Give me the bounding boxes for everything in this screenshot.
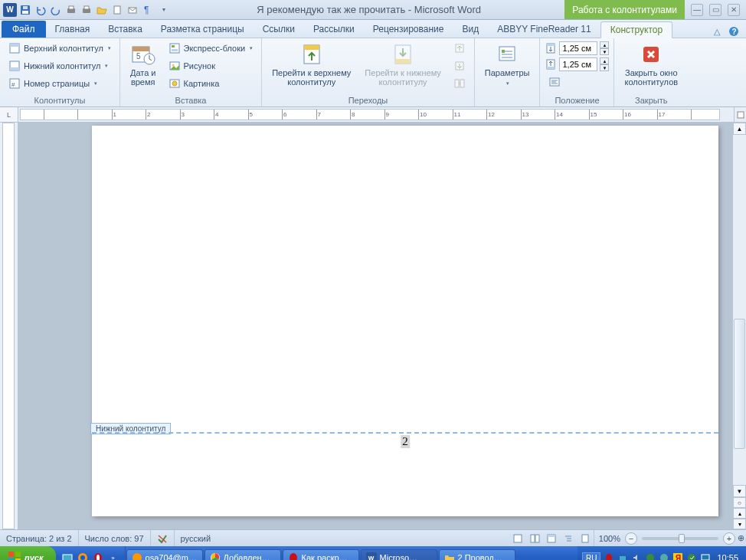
- document-canvas[interactable]: Нижний колонтитул 2: [18, 123, 732, 529]
- status-proofing[interactable]: [151, 530, 175, 546]
- header-from-top-input[interactable]: [559, 41, 597, 55]
- scroll-thumb[interactable]: [734, 319, 745, 449]
- tray-yandex-icon[interactable]: Я: [672, 552, 683, 560]
- footer-button[interactable]: Нижний колонтитул▾: [5, 57, 115, 74]
- clipart-button[interactable]: Картинка: [165, 75, 257, 92]
- header-button[interactable]: Верхний колонтитул▾: [5, 40, 115, 57]
- undo-icon[interactable]: [34, 3, 47, 17]
- zoom-slider[interactable]: [642, 537, 718, 540]
- zoom-slider-thumb[interactable]: [679, 534, 685, 543]
- minimize-button[interactable]: —: [691, 4, 703, 16]
- tab-review[interactable]: Рецензирование: [364, 21, 453, 38]
- tray-display-icon[interactable]: [700, 552, 711, 560]
- footer-from-bottom-input[interactable]: [559, 57, 597, 71]
- quick-parts-button[interactable]: Экспресс-блоки▾: [165, 40, 257, 57]
- next-page-button[interactable]: ▾: [733, 519, 746, 529]
- page-number-button[interactable]: #Номер страницы▾: [5, 75, 115, 92]
- svg-point-28: [172, 81, 177, 86]
- tray-messenger-icon[interactable]: [659, 552, 669, 560]
- qat-customize-icon[interactable]: ▼: [156, 3, 170, 17]
- firefox-icon[interactable]: [76, 551, 90, 560]
- taskbar-item-word[interactable]: WMicroso…: [361, 549, 437, 560]
- spinner-up[interactable]: ▲: [600, 41, 609, 48]
- scroll-track[interactable]: [733, 135, 746, 485]
- taskbar-clock[interactable]: 10:55: [714, 553, 741, 560]
- view-outline-icon[interactable]: [561, 532, 576, 545]
- status-language[interactable]: русский: [175, 530, 217, 546]
- vertical-ruler[interactable]: [0, 123, 18, 529]
- file-tab[interactable]: Файл: [2, 21, 46, 38]
- taskbar-item-explorer[interactable]: 2 Провод…: [439, 549, 515, 560]
- save-icon[interactable]: [18, 3, 32, 17]
- close-header-footer-button[interactable]: Закрыть окноколонтитулов: [619, 40, 683, 89]
- svg-rect-42: [547, 67, 555, 69]
- svg-rect-38: [502, 50, 505, 53]
- new-icon[interactable]: [110, 3, 124, 17]
- scroll-up-button[interactable]: ▲: [733, 123, 746, 135]
- help-icon[interactable]: ?: [728, 25, 740, 38]
- zoom-fit-button[interactable]: ⊕: [735, 533, 746, 543]
- browse-object-button[interactable]: ○: [733, 497, 746, 508]
- vertical-scrollbar[interactable]: ▲ ▼ ○ ▴ ▾: [732, 123, 746, 529]
- paragraph-marks-icon[interactable]: ¶: [141, 3, 155, 17]
- word-app-icon[interactable]: W: [3, 3, 17, 17]
- date-time-label-2: время: [131, 77, 155, 87]
- tab-references[interactable]: Ссылки: [254, 21, 304, 38]
- tab-selector[interactable]: L: [0, 107, 18, 122]
- tab-abbyy[interactable]: ABBYY FineReader 11: [488, 21, 600, 38]
- view-full-screen-icon[interactable]: [527, 532, 542, 545]
- horizontal-ruler[interactable]: 1234567891011121314151617: [20, 109, 720, 120]
- view-print-layout-icon[interactable]: [510, 532, 525, 545]
- tab-view[interactable]: Вид: [453, 21, 488, 38]
- tab-mailings[interactable]: Рассылки: [304, 21, 364, 38]
- minimize-ribbon-icon[interactable]: △: [711, 25, 723, 38]
- language-indicator[interactable]: RU: [582, 552, 600, 561]
- tray-safely-remove-icon[interactable]: [686, 552, 697, 560]
- view-web-layout-icon[interactable]: [544, 532, 559, 545]
- quick-print-icon[interactable]: [80, 3, 93, 17]
- tab-design[interactable]: Конструктор: [600, 21, 672, 38]
- scroll-down-button[interactable]: ▼: [733, 485, 746, 497]
- page-number-field[interactable]: 2: [401, 435, 410, 448]
- date-time-button[interactable]: 5 Дата ивремя: [125, 40, 162, 89]
- taskbar-item-opera[interactable]: Как раскр…: [283, 549, 359, 560]
- tab-home[interactable]: Главная: [46, 21, 100, 38]
- zoom-in-button[interactable]: +: [723, 532, 735, 545]
- spinner-down[interactable]: ▼: [600, 64, 609, 71]
- alignment-tab-icon: [548, 76, 561, 88]
- taskbar-item-chrome[interactable]: Добавлен…: [204, 549, 281, 560]
- status-word-count[interactable]: Число слов: 97: [79, 530, 151, 546]
- opera-icon[interactable]: [91, 551, 105, 560]
- quick-launch-chevron-icon[interactable]: »: [106, 551, 120, 560]
- tray-volume-icon[interactable]: [631, 552, 642, 560]
- start-button[interactable]: пуск: [0, 546, 56, 560]
- spinner-up[interactable]: ▲: [600, 57, 609, 64]
- tray-network-icon[interactable]: [617, 552, 628, 560]
- show-desktop-icon[interactable]: [61, 551, 74, 560]
- options-button[interactable]: Параметры▾: [479, 40, 535, 90]
- zoom-level[interactable]: 100%: [594, 530, 625, 546]
- view-draft-icon[interactable]: [577, 532, 593, 545]
- tab-insert[interactable]: Вставка: [99, 21, 152, 38]
- picture-button[interactable]: Рисунок: [165, 57, 257, 74]
- taskbar-item-firefox[interactable]: osa704@m…: [126, 549, 203, 560]
- svg-rect-32: [395, 59, 411, 64]
- prev-section-icon: [453, 42, 466, 54]
- goto-header-button[interactable]: Перейти к верхнемуколонтитулу: [267, 40, 356, 89]
- email-icon[interactable]: [126, 3, 139, 17]
- open-icon[interactable]: [95, 3, 109, 17]
- zoom-out-button[interactable]: −: [625, 532, 637, 545]
- ruler-toggle[interactable]: [734, 107, 746, 122]
- print-preview-icon[interactable]: [64, 3, 78, 17]
- restore-button[interactable]: ▭: [709, 4, 721, 16]
- close-button[interactable]: ✕: [728, 4, 740, 16]
- tray-opera-icon[interactable]: [604, 552, 614, 560]
- status-page[interactable]: Страница: 2 из 2: [0, 530, 79, 546]
- tab-page-layout[interactable]: Разметка страницы: [152, 21, 254, 38]
- redo-icon[interactable]: [49, 3, 63, 17]
- spinner-down[interactable]: ▼: [600, 48, 609, 55]
- insert-alignment-tab-button[interactable]: [545, 74, 609, 90]
- link-previous-icon: [453, 77, 466, 90]
- prev-page-button[interactable]: ▴: [733, 508, 746, 519]
- tray-antivirus-icon[interactable]: [645, 552, 656, 560]
